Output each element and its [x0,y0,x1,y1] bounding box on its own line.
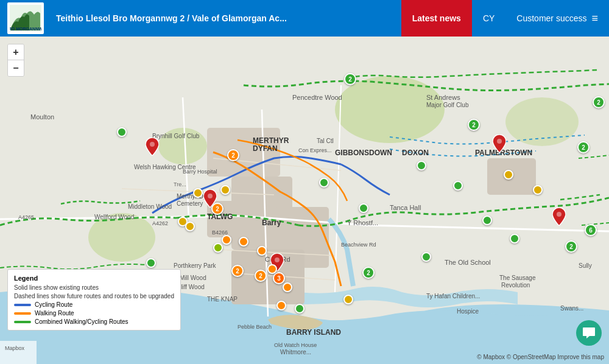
map-pin-green-sm-3[interactable] [421,252,431,262]
map-attribution: © Mapbox © OpenStreetMap Improve this ma… [477,354,604,360]
svg-text:Mill Wood: Mill Wood [180,275,206,281]
svg-text:Revolution: Revolution [501,282,530,289]
svg-text:Barry: Barry [262,219,281,227]
legend-combined-label: Combined Walking/Cycling Routes [35,318,128,325]
map-pin-green-3[interactable]: 2 [577,141,590,153]
map-pin-yellow-sm-8[interactable] [533,185,543,195]
map-pin-green-sm-9[interactable] [482,215,492,225]
svg-text:Brynhill Golf Club: Brynhill Golf Club [152,133,200,139]
svg-text:The Old School: The Old School [445,259,491,266]
map-pin-orange-sm-5[interactable] [283,282,292,292]
map-pin-green-1[interactable]: 2 [344,73,356,85]
legend-item-walking: Walking Route [14,310,174,317]
map-pin-green-6[interactable]: 2 [593,96,605,108]
svg-text:Beachview Rd: Beachview Rd [341,242,376,248]
header-title: Teithio Llesol Bro Morgannwg 2 / Vale of… [50,13,293,23]
svg-text:Wellford Wood: Wellford Wood [94,214,134,220]
svg-text:Y Rhostf...: Y Rhostf... [347,219,378,226]
svg-text:Major Golf Club: Major Golf Club [426,102,469,108]
map-pin-orange-sm-1[interactable] [239,237,248,247]
svg-text:Con Expres...: Con Expres... [298,147,332,153]
header: BRO MORGANNWG Teithio Llesol Bro Morgann… [0,0,609,37]
logo-box: BRO MORGANNWG [7,2,44,34]
svg-text:Middleton Wood: Middleton Wood [128,203,172,210]
map-pin-orange-3[interactable]: 2 [231,265,244,277]
zoom-in-button[interactable]: + [8,44,24,60]
svg-point-74 [150,142,155,147]
map-pin-orange-sm-3[interactable] [222,235,231,245]
customer-success-button[interactable]: Customer success ≡ [505,0,609,37]
svg-text:The Sausage: The Sausage [499,275,536,281]
svg-text:Barry Hospital: Barry Hospital [183,169,217,175]
svg-text:St Andrews: St Andrews [426,94,460,101]
map-pin-yellow-sm-3[interactable] [193,188,203,198]
map-pin-green-7[interactable]: 2 [362,267,375,279]
map-pin-green-sm-5[interactable] [146,258,156,268]
map-pin-yellow-sm-7[interactable] [504,170,513,180]
map-pin-orange-1[interactable]: 2 [227,149,239,161]
map-pin-green-2[interactable]: 2 [468,119,480,131]
svg-text:Swans...: Swans... [560,305,583,312]
legend-solid-text: Solid lines show existing routes [14,284,174,291]
map-pin-green-5[interactable]: 6 [585,224,597,236]
zoom-out-button[interactable]: − [8,60,24,76]
svg-text:DYFAN: DYFAN [253,144,278,153]
map-pin-green-sm-10[interactable] [510,234,519,243]
legend-walking-label: Walking Route [35,310,74,317]
svg-text:Pencedtre Wood: Pencedtre Wood [292,94,342,101]
logo-area: BRO MORGANNWG Teithio Llesol Bro Morgann… [0,2,300,34]
map-pin-yellow-sm-4[interactable] [185,222,195,231]
svg-text:Hospice: Hospice [457,308,479,315]
legend-title: Legend [14,275,174,282]
svg-text:MERTHYR: MERTHYR [253,136,289,145]
cy-button[interactable]: CY [472,0,505,37]
map-pin-red-1[interactable] [146,138,159,158]
map-pin-red-3[interactable] [493,135,506,155]
legend-item-combined: Combined Walking/Cycling Routes [14,318,174,325]
legend-cycling-label: Cycling Route [35,301,72,308]
svg-text:Ty Hafan Children...: Ty Hafan Children... [426,293,480,299]
svg-text:GIBBONSDOWN: GIBBONSDOWN [335,149,392,157]
legend: Legend Solid lines show existing routes … [7,269,181,331]
legend-combined-line [14,321,31,323]
legend-walking-line [14,312,31,315]
map-pin-yg-1[interactable] [213,243,223,253]
svg-text:BRO MORGANNWG: BRO MORGANNWG [10,27,41,31]
map-pin-orange-sm-2[interactable] [257,246,267,256]
svg-text:Porthkerry Park: Porthkerry Park [174,262,216,269]
map-pin-yellow-sm-6[interactable] [343,295,353,304]
svg-rect-72 [0,341,37,364]
map-pin-green-sm-1[interactable] [117,127,127,137]
map-pin-orange-sm-4[interactable] [267,264,277,274]
svg-text:Tanca Hall: Tanca Hall [390,204,421,211]
svg-text:Old Watch House: Old Watch House [274,342,317,348]
map-pin-orange-2[interactable]: 2 [211,203,224,215]
logo-image: BRO MORGANNWG [10,5,41,32]
map-container[interactable]: Moulton Brynhill Golf Club MERTHYR DYFAN… [0,37,609,364]
svg-point-77 [557,212,561,217]
svg-point-78 [275,257,280,262]
svg-text:DOXON: DOXON [402,149,429,157]
svg-text:Pebble Beach: Pebble Beach [238,324,272,330]
map-pin-orange-4[interactable]: 2 [255,270,267,282]
map-pin-green-sm-2[interactable] [359,203,368,213]
map-pin-green-sm-8[interactable] [453,181,463,191]
map-pin-red-4[interactable] [552,208,566,228]
chat-button[interactable] [576,320,602,346]
map-pin-green-4[interactable]: 2 [565,240,577,253]
svg-text:A4265: A4265 [18,214,34,220]
svg-text:Moulton: Moulton [30,113,54,121]
legend-cycling-line [14,304,31,306]
header-right: Latest news CY Customer success ≡ [401,0,609,37]
svg-text:Mapbox: Mapbox [5,345,25,351]
svg-text:Tre...: Tre... [174,181,186,187]
map-pin-green-sm-11[interactable] [295,304,304,313]
legend-item-cycling: Cycling Route [14,301,174,308]
map-pin-orange-sm-6[interactable] [276,301,286,310]
legend-dashed-text: Dashed lines show future routes and rout… [14,293,174,299]
hamburger-icon: ≡ [591,12,598,25]
latest-news-button[interactable]: Latest news [401,0,472,37]
map-pin-yellow-sm-1[interactable] [220,185,230,195]
map-pin-green-sm-6[interactable] [319,178,329,187]
map-pin-green-sm-7[interactable] [417,161,426,170]
